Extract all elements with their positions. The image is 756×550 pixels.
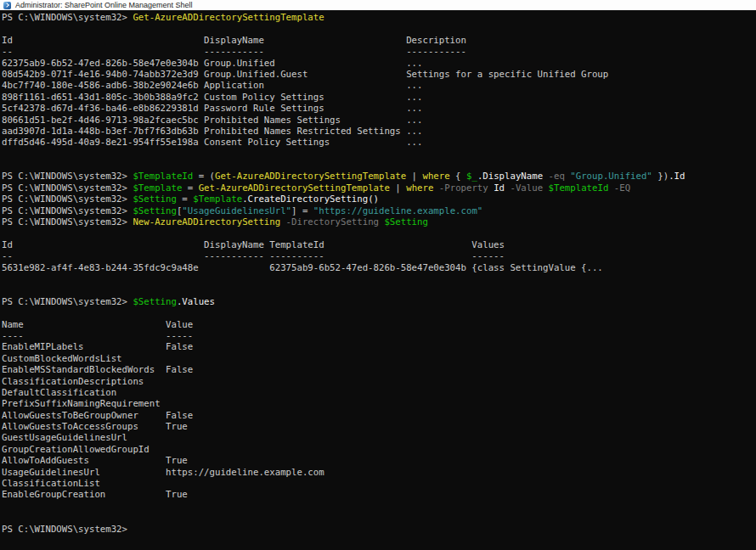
terminal-line: CustomBlockedWordsList	[2, 353, 756, 364]
terminal-line: 80661d51-be2f-4d46-9713-98a2fcaec5bc Pro…	[2, 115, 756, 126]
terminal-line: PS C:\WINDOWS\system32> $Template = Get-…	[2, 182, 756, 194]
terminal-line: EnableGroupCreation True	[2, 489, 756, 500]
window-title: Administrator: SharePoint Online Managem…	[15, 1, 193, 9]
terminal-line	[2, 284, 756, 295]
powershell-icon	[3, 2, 11, 9]
terminal-line: 62375ab9-6b52-47ed-826b-58e47e0e304b Gro…	[2, 58, 756, 69]
terminal-line: ClassificationList	[2, 478, 756, 489]
terminal-line: Id DisplayName Description	[2, 35, 756, 46]
terminal-line: EnableMIPLabels False	[2, 341, 756, 352]
terminal-line: 898f1161-d651-43d1-805c-3b0b388a9fc2 Cus…	[2, 92, 756, 103]
terminal-line: -- ----------- -----------	[2, 46, 756, 57]
terminal-line	[2, 149, 756, 160]
terminal-line: 5631e982-af4f-4e83-b244-35fdc9c9a48e 623…	[2, 262, 756, 273]
terminal-line: PS C:\WINDOWS\system32> $Setting.Values	[2, 296, 756, 307]
terminal-line: PrefixSuffixNamingRequirement	[2, 398, 756, 409]
terminal-line	[2, 160, 756, 171]
terminal-line	[2, 501, 756, 512]
terminal-line: PS C:\WINDOWS\system32> New-AzureADDirec…	[2, 216, 756, 227]
terminal-line	[2, 23, 756, 34]
terminal-line: AllowGuestsToAccessGroups True	[2, 421, 756, 432]
terminal-line: Id DisplayName TemplateId Values	[2, 239, 756, 250]
terminal-output[interactable]: PS C:\WINDOWS\system32> Get-AzureADDirec…	[0, 10, 756, 550]
terminal-line: AllowGuestsToBeGroupOwner False	[2, 410, 756, 421]
terminal-line: 5cf42378-d67d-4f36-ba46-e8b86229381d Pas…	[2, 103, 756, 114]
terminal-line: AllowToAddGuests True	[2, 455, 756, 466]
terminal-line: UsageGuidelinesUrl https://guideline.exa…	[2, 467, 756, 478]
terminal-line: PS C:\WINDOWS\system32> $Setting = $Temp…	[2, 194, 756, 205]
terminal-line: dffd5d46-495d-40a9-8e21-954ff55e198a Con…	[2, 137, 756, 148]
terminal-line: Name Value	[2, 319, 756, 330]
powershell-window: Administrator: SharePoint Online Managem…	[0, 0, 756, 550]
terminal-line: aad3907d-1d1a-448b-b3ef-7bf7f63db63b Pro…	[2, 126, 756, 137]
terminal-line: GuestUsageGuidelinesUrl	[2, 432, 756, 443]
terminal-line: ---- -----	[2, 330, 756, 341]
terminal-line: PS C:\WINDOWS\system32> $Setting["UsageG…	[2, 205, 756, 216]
terminal-line: 4bc7f740-180e-4586-adb6-38b2e9024e6b App…	[2, 80, 756, 91]
terminal-line: PS C:\WINDOWS\system32> Get-AzureADDirec…	[2, 12, 756, 23]
terminal-line: ClassificationDescriptions	[2, 376, 756, 387]
window-titlebar[interactable]: Administrator: SharePoint Online Managem…	[0, 0, 756, 10]
terminal-line: 08d542b9-071f-4e16-94b0-74abb372e3d9 Gro…	[2, 69, 756, 80]
terminal-line: GroupCreationAllowedGroupId	[2, 444, 756, 455]
terminal-line: DefaultClassification	[2, 387, 756, 398]
terminal-line: -- ----------- ---------- ------	[2, 250, 756, 261]
terminal-line	[2, 512, 756, 523]
terminal-line	[2, 227, 756, 239]
terminal-line	[2, 307, 756, 318]
terminal-line: PS C:\WINDOWS\system32> $TemplateId = (G…	[2, 171, 756, 182]
terminal-line	[2, 273, 756, 284]
terminal-line: PS C:\WINDOWS\system32>	[2, 524, 756, 535]
terminal-line: EnableMSStandardBlockedWords False	[2, 364, 756, 375]
